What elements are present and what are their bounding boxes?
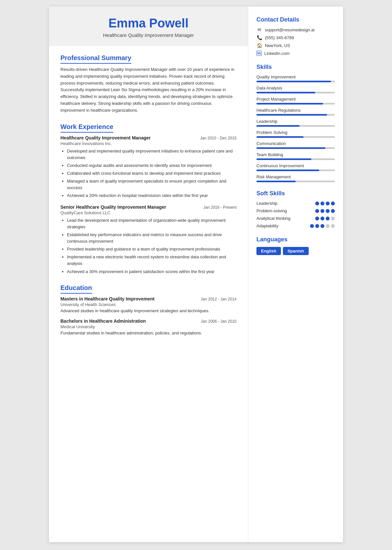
skill-item: Problem Solving [256,130,335,138]
contact-linkedin: in LinkedIn.com [256,51,335,56]
dot [331,202,335,205]
skill-bar-fill [256,81,331,82]
edu-1: Masters in Healthcare Quality Improvemen… [60,296,237,313]
edu-1-school: University of Health Sciences [60,302,237,307]
job-2: Senior Healthcare Quality Improvement Ma… [60,204,237,275]
candidate-title: Healthcare Quality Improvement Manager [60,32,237,38]
skills-list: Quality Improvement Data Analysis Projec… [256,74,335,182]
contact-section: Contact Details ✉ support@resumedesign.a… [256,16,335,56]
job-1-company: Healthcare Innovations Inc. [60,141,237,146]
skill-name: Project Management [256,97,335,102]
soft-skills-section: Soft Skills LeadershipProblem-solvingAna… [256,190,335,228]
skill-name: Risk Management [256,174,335,179]
job-2-company: QualityCare Solutions LLC [60,210,237,215]
skill-bar-fill [256,103,323,105]
edu-2-desc: Fundamental studies in healthcare admini… [60,331,237,335]
edu-2-degree: Bachelors in Healthcare Administration [60,318,146,324]
list-item: Achieved a 30% improvement in patient sa… [67,268,237,275]
dot [326,217,330,220]
contact-location: 🏠 NewYork, US [256,43,335,48]
soft-skill-item: Leadership [256,201,335,206]
skill-item: Leadership [256,119,335,127]
linkedin-value: LinkedIn.com [264,51,289,56]
soft-skill-item: Adaptability [256,223,335,228]
phone-icon: 📞 [256,35,262,40]
candidate-name: Emma Powell [60,16,237,30]
edu-1-degree: Masters in Healthcare Quality Improvemen… [60,296,155,301]
work-experience-title: Work Experience [60,123,113,133]
skill-bar-fill [256,125,300,127]
resume-wrapper: Emma Powell Healthcare Quality Improveme… [49,7,343,542]
dot [320,224,324,228]
dot [326,209,330,213]
skill-bar-bg [256,81,335,82]
edu-2-header: Bachelors in Healthcare Administration J… [60,318,237,324]
edu-2-school: Medical University [60,324,237,329]
soft-skill-name: Leadership [256,201,277,206]
dots [310,224,335,228]
skill-item: Continuous Improvement [256,163,335,171]
skill-bar-bg [256,103,335,105]
contact-email: ✉ support@resumedesign.ai [256,27,335,32]
job-1: Healthcare Quality Improvement Manager J… [60,135,237,199]
soft-skill-name: Problem-solving [256,208,287,213]
job-1-header: Healthcare Quality Improvement Manager J… [60,135,237,140]
skill-bar-bg [256,114,335,116]
dot [326,202,330,205]
dots [315,202,335,205]
list-item: Collaborated with cross-functional teams… [67,170,237,177]
skill-bar-bg [256,147,335,149]
dot [310,224,314,228]
skills-section: Skills Quality Improvement Data Analysis… [256,64,335,182]
language-badge: Spanish [283,247,309,255]
skill-name: Healthcare Regulations [256,108,335,113]
email-icon: ✉ [256,27,262,32]
skill-bar-bg [256,125,335,127]
summary-text: Results-driven Healthcare Quality Improv… [60,66,237,114]
skill-bar-bg [256,170,335,171]
skill-item: Data Analysis [256,86,335,93]
dot [315,224,319,228]
dot [320,209,324,213]
skill-bar-fill [256,181,296,182]
edu-2: Bachelors in Healthcare Administration J… [60,318,237,335]
dot [331,224,335,228]
skill-bar-bg [256,181,335,182]
skill-bar-fill [256,136,303,138]
email-value: support@resumedesign.ai [265,27,315,32]
skill-name: Team Building [256,152,335,157]
soft-skill-item: Problem-solving [256,208,335,213]
work-experience-section: Work Experience Healthcare Quality Impro… [60,123,237,275]
skill-bar-bg [256,92,335,93]
edu-1-date: Jan 2012 - Jan 2014 [201,297,237,301]
edu-1-header: Masters in Healthcare Quality Improvemen… [60,296,237,301]
skill-bar-bg [256,158,335,160]
summary-section: Professional Summary Results-driven Heal… [60,54,237,114]
languages-section: Languages EnglishSpanish [256,236,335,255]
skill-name: Problem Solving [256,130,335,135]
job-1-bullets: Developed and implemented quality improv… [60,148,237,199]
list-item: Provided leadership and guidance to a te… [67,246,237,252]
list-item: Managed a team of quality improvement sp… [67,178,237,191]
skill-bar-fill [256,114,327,116]
languages-list: EnglishSpanish [256,247,335,255]
soft-skill-name: Adaptability [256,223,278,228]
skill-item: Project Management [256,97,335,105]
job-2-bullets: Lead the development and implementation … [60,217,237,275]
job-1-title: Healthcare Quality Improvement Manager [60,135,151,140]
education-section: Education Masters in Healthcare Quality … [60,284,237,335]
skill-item: Communication [256,141,335,149]
skill-item: Healthcare Regulations [256,108,335,116]
job-2-date: Jan 2016 - Present [204,205,237,210]
dot [315,202,319,205]
skill-item: Quality Improvement [256,74,335,82]
skill-name: Quality Improvement [256,74,335,79]
dot [326,224,330,228]
languages-title: Languages [256,236,335,243]
edu-1-desc: Advanced studies in healthcare quality i… [60,308,237,313]
skill-item: Risk Management [256,174,335,182]
dot [320,202,324,205]
soft-skills-title: Soft Skills [256,190,335,197]
skill-bar-fill [256,92,315,93]
list-item: Lead the development and implementation … [67,217,237,230]
